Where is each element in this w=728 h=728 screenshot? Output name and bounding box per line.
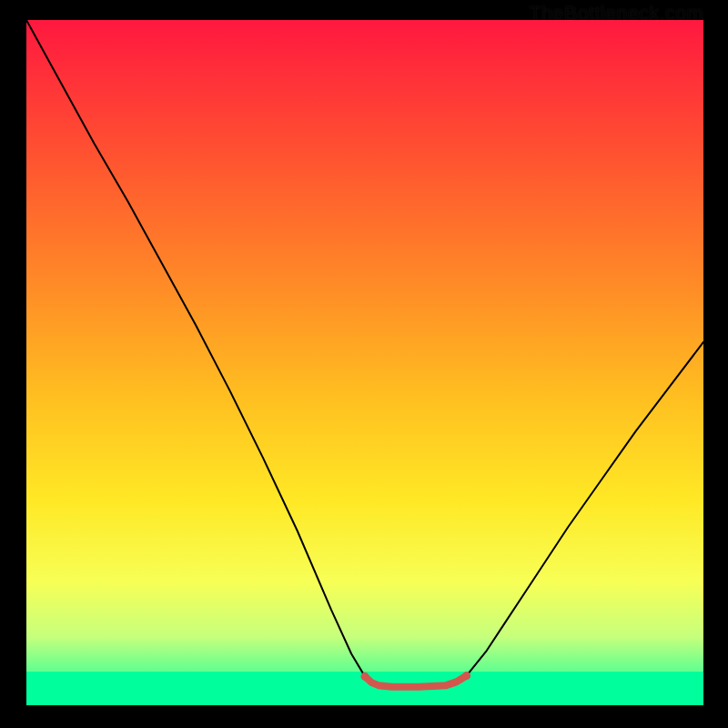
watermark-text: TheBottleneck.com	[529, 2, 703, 25]
plot-background	[26, 20, 703, 705]
bottleneck-chart	[0, 0, 728, 728]
chart-container: TheBottleneck.com	[0, 0, 728, 728]
highlight-marker	[361, 672, 369, 681]
highlight-marker	[462, 672, 470, 680]
